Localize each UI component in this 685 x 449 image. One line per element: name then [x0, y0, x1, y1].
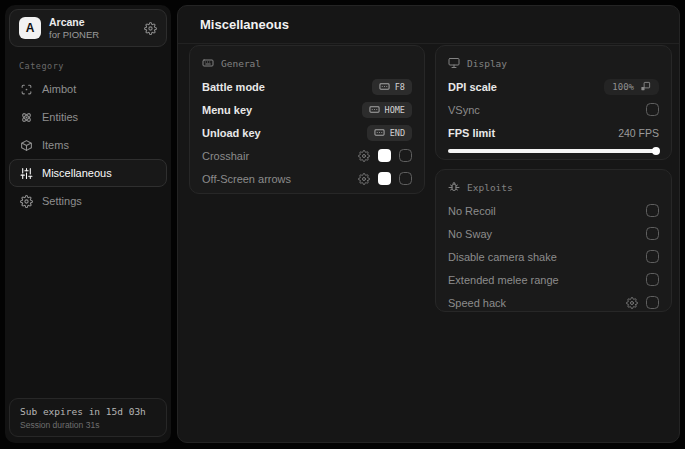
- general-card-header: General: [202, 53, 412, 73]
- sidebar-item-label: Settings: [42, 195, 82, 207]
- page-header: Miscellaneous: [178, 6, 679, 44]
- keybind-value: F8: [395, 82, 405, 92]
- main-panel: Miscellaneous General Battle mode F8 Men…: [177, 5, 680, 443]
- setting-label: Extended melee range: [448, 274, 559, 286]
- scan-icon: [20, 83, 33, 96]
- setting-row-extended-melee-range: Extended melee range: [448, 268, 659, 291]
- sidebar-item-label: Items: [42, 139, 69, 151]
- exploits-card-title: Exploits: [467, 182, 513, 193]
- gear-icon: [20, 195, 33, 208]
- gear-icon[interactable]: [358, 150, 370, 162]
- keybind-button[interactable]: F8: [372, 79, 412, 95]
- app-logo: A: [19, 17, 41, 39]
- checkbox[interactable]: [646, 103, 659, 116]
- scale-icon: [640, 81, 651, 92]
- exploits-card: Exploits No Recoil No Sway Disable camer…: [435, 169, 672, 312]
- fps-limit-value: 240 FPS: [618, 127, 659, 139]
- exploits-card-header: Exploits: [448, 177, 659, 197]
- fps-limit-slider[interactable]: [448, 149, 659, 153]
- sidebar-nav: Aimbot Entities Items Miscellaneous Sett…: [9, 75, 167, 215]
- setting-row-no-recoil: No Recoil: [448, 199, 659, 222]
- box-icon: [20, 139, 33, 152]
- setting-row-unload-key: Unload key END: [202, 121, 412, 144]
- setting-row-no-sway: No Sway: [448, 222, 659, 245]
- checkbox[interactable]: [646, 204, 659, 217]
- setting-label: Unload key: [202, 127, 261, 139]
- setting-label: VSync: [448, 104, 480, 116]
- keyboard-icon: [379, 81, 390, 92]
- setting-label: No Sway: [448, 228, 492, 240]
- setting-row-battle-mode: Battle mode F8: [202, 75, 412, 98]
- sidebar-item-label: Aimbot: [42, 83, 76, 95]
- checkbox[interactable]: [646, 296, 659, 309]
- sidebar-item-miscellaneous[interactable]: Miscellaneous: [9, 159, 167, 187]
- sidebar-item-entities[interactable]: Entities: [9, 103, 167, 131]
- keybind-value: HOME: [385, 105, 405, 115]
- keyboard-icon: [374, 127, 385, 138]
- display-card-title: Display: [467, 58, 507, 69]
- sidebar-item-label: Entities: [42, 111, 78, 123]
- sliders-icon: [20, 167, 33, 180]
- sidebar-item-settings[interactable]: Settings: [9, 187, 167, 215]
- gear-icon[interactable]: [144, 22, 157, 35]
- gear-icon[interactable]: [358, 173, 370, 185]
- setting-row-fps-limit: FPS limit 240 FPS: [448, 121, 659, 144]
- page-title: Miscellaneous: [200, 17, 289, 32]
- setting-row-dpi-scale: DPI scale 100%: [448, 75, 659, 98]
- sub-expires-text: Sub expires in 15d 03h: [20, 406, 156, 417]
- setting-label: DPI scale: [448, 81, 497, 93]
- setting-row-speed-hack: Speed hack: [448, 291, 659, 314]
- checkbox[interactable]: [399, 149, 412, 162]
- general-card: General Battle mode F8 Menu key HOME Unl…: [189, 45, 425, 194]
- setting-controls: [358, 149, 412, 162]
- setting-row-crosshair: Crosshair: [202, 144, 412, 167]
- display-card: Display DPI scale 100% VSync FPS limit 2…: [435, 45, 672, 160]
- dpi-scale-select[interactable]: 100%: [604, 79, 659, 95]
- app-titles: Arcane for PIONER: [49, 16, 99, 41]
- color-swatch[interactable]: [378, 149, 391, 162]
- setting-label: Off-Screen arrows: [202, 173, 291, 185]
- setting-label: Menu key: [202, 104, 252, 116]
- setting-label: FPS limit: [448, 127, 495, 139]
- checkbox[interactable]: [399, 172, 412, 185]
- monitor-icon: [448, 57, 460, 69]
- keyboard-icon: [202, 57, 214, 69]
- checkbox[interactable]: [646, 273, 659, 286]
- setting-label: Crosshair: [202, 150, 249, 162]
- sidebar-item-aimbot[interactable]: Aimbot: [9, 75, 167, 103]
- setting-label: Battle mode: [202, 81, 265, 93]
- setting-label: Disable camera shake: [448, 251, 557, 263]
- keyboard-icon: [369, 104, 380, 115]
- checkbox[interactable]: [646, 227, 659, 240]
- setting-label: Speed hack: [448, 297, 506, 309]
- setting-row-disable-camera-shake: Disable camera shake: [448, 245, 659, 268]
- setting-row-menu-key: Menu key HOME: [202, 98, 412, 121]
- category-label: Category: [19, 61, 64, 71]
- display-card-header: Display: [448, 53, 659, 73]
- session-duration-text: Session duration 31s: [20, 420, 156, 430]
- setting-row-offscreen-arrows: Off-Screen arrows: [202, 167, 412, 190]
- gear-icon[interactable]: [626, 297, 638, 309]
- subscription-card: Sub expires in 15d 03h Session duration …: [9, 398, 167, 437]
- general-card-title: General: [221, 58, 261, 69]
- dpi-scale-value: 100%: [612, 82, 634, 92]
- sidebar: A Arcane for PIONER Category Aimbot Enti…: [5, 5, 171, 443]
- keybind-button[interactable]: HOME: [362, 102, 412, 118]
- setting-controls: [626, 296, 659, 309]
- setting-row-vsync: VSync: [448, 98, 659, 121]
- sidebar-item-items[interactable]: Items: [9, 131, 167, 159]
- sidebar-item-label: Miscellaneous: [42, 167, 112, 179]
- atom-icon: [20, 111, 33, 124]
- setting-controls: [358, 172, 412, 185]
- slider-knob[interactable]: [652, 147, 660, 155]
- color-swatch[interactable]: [378, 172, 391, 185]
- app-header-card: A Arcane for PIONER: [9, 9, 167, 47]
- keybind-button[interactable]: END: [367, 125, 412, 141]
- checkbox[interactable]: [646, 250, 659, 263]
- bug-icon: [448, 181, 460, 193]
- app-name: Arcane: [49, 16, 99, 29]
- keybind-value: END: [390, 128, 405, 138]
- fps-slider-fill: [448, 149, 659, 153]
- setting-label: No Recoil: [448, 205, 496, 217]
- app-subtitle: for PIONER: [49, 29, 99, 41]
